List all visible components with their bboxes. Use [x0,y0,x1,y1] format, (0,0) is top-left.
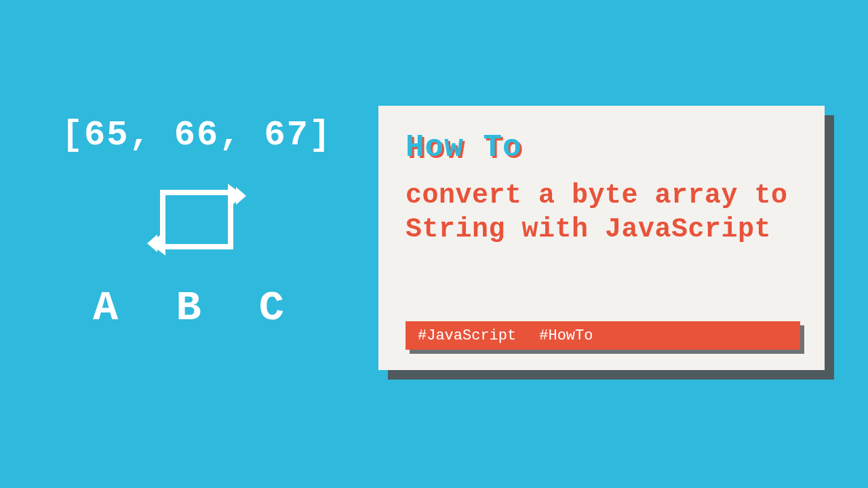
kicker-heading: How To [406,130,797,165]
result-string-text: A B C [47,284,346,332]
tag-bar: #JavaScript #HowTo [406,321,800,350]
byte-array-text: [65, 66, 67] [47,115,346,155]
tag-howto: #HowTo [539,327,593,344]
content-card: How To convert a byte array to String wi… [378,106,825,370]
tag-javascript: #JavaScript [418,327,516,344]
convert-cycle-icon [146,182,248,257]
svg-rect-5 [163,192,231,247]
article-title: convert a byte array to String with Java… [406,179,797,247]
illustration-panel: [65, 66, 67] A B C [47,115,346,332]
svg-rect-0 [163,192,231,247]
